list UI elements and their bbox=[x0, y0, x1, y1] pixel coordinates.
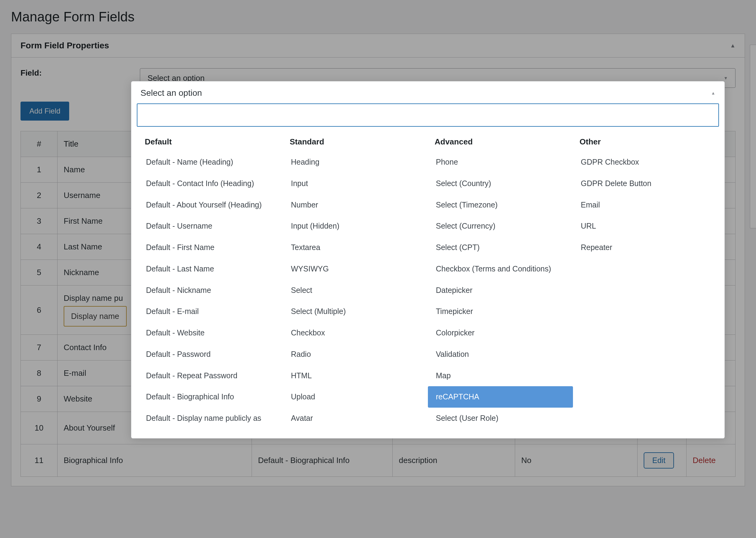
dropdown-option[interactable]: Heading bbox=[283, 151, 428, 173]
dropdown-option[interactable]: Upload bbox=[283, 386, 428, 407]
dropdown-option[interactable]: Default - Repeat Password bbox=[138, 365, 283, 387]
row-num: 8 bbox=[21, 360, 58, 386]
row-edit-cell: Edit bbox=[637, 444, 686, 477]
dropdown-group-label: Standard bbox=[283, 132, 428, 151]
row-delete-cell: Delete bbox=[686, 444, 735, 477]
dropdown-group: OtherGDPR CheckboxGDPR Delete ButtonEmai… bbox=[573, 132, 718, 429]
dropdown-option[interactable]: Timepicker bbox=[428, 301, 573, 322]
row-num: 9 bbox=[21, 386, 58, 412]
dropdown-option[interactable]: Default - Website bbox=[138, 322, 283, 344]
delete-link[interactable]: Delete bbox=[693, 456, 716, 465]
dropdown-search-input[interactable] bbox=[137, 103, 719, 127]
dropdown-option[interactable]: Select (User Role) bbox=[428, 407, 573, 429]
dropdown-group-label: Advanced bbox=[428, 132, 573, 151]
dropdown-option[interactable]: Default - Display name publicly as bbox=[138, 407, 283, 429]
dropdown-option[interactable]: Default - Nickname bbox=[138, 280, 283, 301]
row-num: 7 bbox=[21, 335, 58, 360]
page-title: Manage Form Fields bbox=[11, 9, 745, 25]
dropdown-option[interactable]: Email bbox=[573, 194, 718, 216]
dropdown-group: DefaultDefault - Name (Heading)Default -… bbox=[138, 132, 283, 429]
dropdown-header[interactable]: Select an option ▲ bbox=[131, 81, 725, 103]
dropdown-option[interactable]: Repeater bbox=[573, 237, 718, 258]
dropdown-group: AdvancedPhoneSelect (Country)Select (Tim… bbox=[428, 132, 573, 429]
table-row: 11Biographical InfoDefault - Biographica… bbox=[21, 444, 735, 477]
display-name-input[interactable]: Display name bbox=[64, 306, 127, 327]
dropdown-option[interactable]: Default - Contact Info (Heading) bbox=[138, 173, 283, 194]
dropdown-option[interactable]: Avatar bbox=[283, 407, 428, 429]
dropdown-option[interactable]: WYSIWYG bbox=[283, 258, 428, 280]
row-meta: description bbox=[393, 444, 515, 477]
dropdown-option[interactable]: Input (Hidden) bbox=[283, 215, 428, 237]
row-num: 11 bbox=[21, 444, 58, 477]
panel-header[interactable]: Form Field Properties ▲ bbox=[11, 34, 745, 58]
row-num: 4 bbox=[21, 234, 58, 260]
dropdown-option[interactable]: Checkbox bbox=[283, 322, 428, 344]
row-required: No bbox=[515, 444, 637, 477]
row-num: 5 bbox=[21, 260, 58, 286]
field-type-dropdown: Select an option ▲ DefaultDefault - Name… bbox=[131, 81, 725, 439]
row-title: Biographical Info bbox=[58, 444, 252, 477]
dropdown-option[interactable]: GDPR Checkbox bbox=[573, 151, 718, 173]
side-info-panel bbox=[750, 45, 756, 228]
field-label: Field: bbox=[21, 68, 42, 78]
dropdown-option[interactable]: Default - E-mail bbox=[138, 301, 283, 322]
collapse-icon[interactable]: ▲ bbox=[730, 42, 735, 49]
dropdown-option[interactable]: Checkbox (Terms and Conditions) bbox=[428, 258, 573, 280]
dropdown-option[interactable]: Radio bbox=[283, 344, 428, 365]
row-num: 1 bbox=[21, 157, 58, 183]
col-num: # bbox=[21, 131, 58, 157]
dropdown-option[interactable]: URL bbox=[573, 215, 718, 237]
dropdown-option[interactable]: Default - First Name bbox=[138, 237, 283, 258]
dropdown-option[interactable]: Select bbox=[283, 280, 428, 301]
dropdown-option[interactable]: Default - Password bbox=[138, 344, 283, 365]
dropdown-option[interactable]: Default - Username bbox=[138, 215, 283, 237]
dropdown-option[interactable]: Default - About Yourself (Heading) bbox=[138, 194, 283, 216]
row-type: Default - Biographical Info bbox=[252, 444, 393, 477]
chevron-down-icon: ▼ bbox=[724, 76, 728, 81]
dropdown-option[interactable]: Select (Timezone) bbox=[428, 194, 573, 216]
dropdown-option[interactable]: Select (Multiple) bbox=[283, 301, 428, 322]
row-num: 2 bbox=[21, 183, 58, 208]
dropdown-heading: Select an option bbox=[140, 88, 202, 98]
dropdown-option[interactable]: Colorpicker bbox=[428, 322, 573, 344]
dropdown-option[interactable]: Default - Biographical Info bbox=[138, 386, 283, 407]
dropdown-option[interactable]: Select (CPT) bbox=[428, 237, 573, 258]
edit-button[interactable]: Edit bbox=[644, 452, 674, 468]
dropdown-option[interactable]: Map bbox=[428, 365, 573, 387]
row-num: 10 bbox=[21, 412, 58, 444]
dropdown-group: StandardHeadingInputNumberInput (Hidden)… bbox=[283, 132, 428, 429]
add-field-button[interactable]: Add Field bbox=[21, 102, 69, 121]
row-num: 6 bbox=[21, 286, 58, 335]
dropdown-group-label: Other bbox=[573, 132, 718, 151]
dropdown-option[interactable]: Datepicker bbox=[428, 280, 573, 301]
dropdown-option[interactable]: Default - Last Name bbox=[138, 258, 283, 280]
dropdown-option[interactable]: Phone bbox=[428, 151, 573, 173]
chevron-up-icon: ▲ bbox=[711, 90, 715, 95]
dropdown-option[interactable]: Select (Country) bbox=[428, 173, 573, 194]
dropdown-option[interactable]: Select (Currency) bbox=[428, 215, 573, 237]
dropdown-option[interactable]: reCAPTCHA bbox=[428, 386, 573, 407]
panel-title: Form Field Properties bbox=[21, 41, 109, 50]
dropdown-option[interactable]: GDPR Delete Button bbox=[573, 173, 718, 194]
dropdown-option[interactable]: Validation bbox=[428, 344, 573, 365]
dropdown-option[interactable]: HTML bbox=[283, 365, 428, 387]
dropdown-option[interactable]: Number bbox=[283, 194, 428, 216]
dropdown-option[interactable]: Input bbox=[283, 173, 428, 194]
dropdown-group-label: Default bbox=[138, 132, 283, 151]
row-num: 3 bbox=[21, 208, 58, 234]
dropdown-option[interactable]: Textarea bbox=[283, 237, 428, 258]
dropdown-option[interactable]: Default - Name (Heading) bbox=[138, 151, 283, 173]
